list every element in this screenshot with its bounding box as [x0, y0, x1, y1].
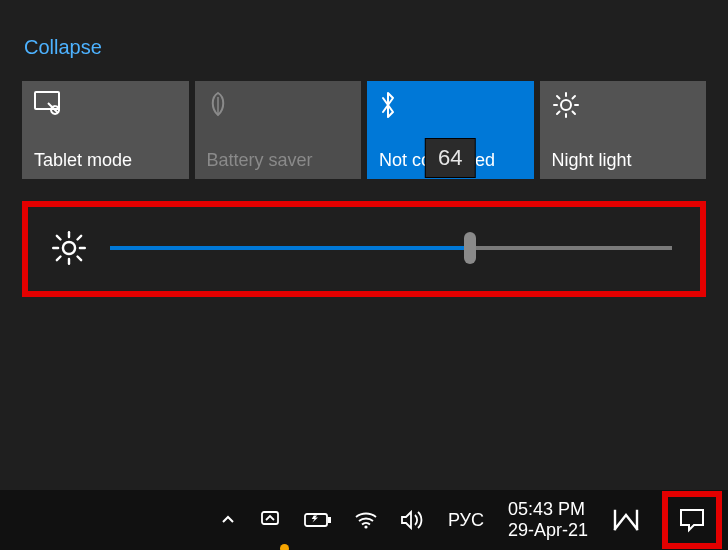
brightness-slider[interactable] — [110, 236, 672, 260]
svg-line-18 — [57, 257, 61, 261]
tile-label: Tablet mode — [34, 150, 177, 171]
svg-point-2 — [561, 100, 571, 110]
taskbar-clock[interactable]: 05:43 PM 29-Apr-21 — [502, 499, 594, 540]
action-center-button[interactable] — [662, 491, 722, 549]
onedrive-sync-icon[interactable] — [254, 490, 286, 550]
svg-line-17 — [78, 257, 82, 261]
action-center-panel: Collapse Tablet mode Battery saver Not c… — [0, 0, 728, 490]
collapse-link[interactable]: Collapse — [24, 36, 102, 59]
svg-rect-22 — [328, 517, 331, 523]
clock-time: 05:43 PM — [508, 499, 588, 520]
volume-icon[interactable] — [396, 490, 430, 550]
tile-bluetooth[interactable]: Not connected 64 — [367, 81, 534, 179]
tile-label: Battery saver — [207, 150, 350, 171]
tray-overflow-chevron-icon[interactable] — [216, 490, 240, 550]
svg-line-10 — [572, 96, 575, 99]
svg-point-11 — [63, 242, 75, 254]
brightness-icon — [52, 231, 86, 265]
svg-line-19 — [78, 236, 82, 240]
leaf-icon — [207, 91, 350, 117]
svg-line-9 — [557, 112, 560, 115]
slider-thumb[interactable] — [464, 232, 476, 264]
bluetooth-icon — [379, 91, 522, 117]
svg-point-23 — [364, 525, 367, 528]
tile-tablet-mode[interactable]: Tablet mode — [22, 81, 189, 179]
tile-battery-saver[interactable]: Battery saver — [195, 81, 362, 179]
battery-charging-icon[interactable] — [300, 490, 336, 550]
clock-date: 29-Apr-21 — [508, 520, 588, 541]
taskbar: РУС 05:43 PM 29-Apr-21 — [0, 490, 728, 550]
ime-language-indicator[interactable]: РУС — [444, 510, 488, 531]
brightness-slider-row — [22, 201, 706, 297]
tile-label: Night light — [552, 150, 695, 171]
night-light-icon — [552, 91, 695, 117]
tile-night-light[interactable]: Night light — [540, 81, 707, 179]
quick-action-tiles: Tablet mode Battery saver Not connected … — [22, 81, 706, 179]
tablet-mode-icon — [34, 91, 177, 117]
app-icon[interactable] — [608, 490, 644, 550]
brightness-tooltip: 64 — [426, 139, 474, 177]
svg-line-8 — [572, 112, 575, 115]
svg-line-7 — [557, 96, 560, 99]
svg-rect-20 — [262, 512, 278, 524]
wifi-icon[interactable] — [350, 490, 382, 550]
notification-icon — [678, 507, 706, 533]
slider-fill — [110, 246, 470, 250]
svg-line-16 — [57, 236, 61, 240]
